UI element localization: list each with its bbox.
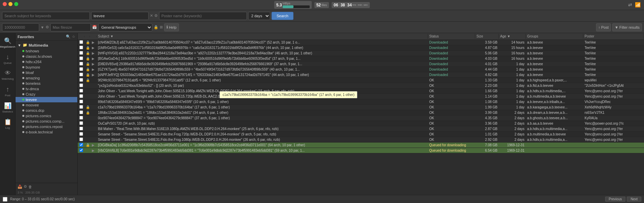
tree-pictures-comics-comp[interactable]: pictures.comics.comp... [16, 119, 77, 124]
row-check[interactable] [78, 148, 84, 153]
table-row[interactable]: 🔒 ▶ [GZYKTjxe6] 4be50749f34731627d973fd9… [78, 67, 644, 72]
table-row[interactable]: Sesame Street - "Sesame.Street.S48E31.Fi… [78, 132, 644, 137]
star-fav-icon[interactable]: ☆ [72, 34, 75, 39]
th-age[interactable]: Age ▼ [499, 34, 526, 39]
table-row[interactable]: 🔒 ▶ [D8E6V8Svd] 29386a917d6b5dc8e3926498… [78, 61, 644, 67]
tree-bloaf[interactable]: bloaf [16, 70, 77, 75]
row-check[interactable] [78, 51, 84, 56]
row-check[interactable] [78, 116, 84, 121]
table-row[interactable]: 🔒 ▶ [1fdRrGeS3] ca6c5a16163171cf58101fdd… [78, 45, 644, 51]
table-row[interactable]: Bill Maher - "Real.Time.With.Bill.Maher.… [78, 126, 644, 132]
table-row[interactable]: 🔒 c1a7c79bd199963370b164ba = "c1a7c79bd1… [78, 105, 644, 110]
table-row[interactable]: 🔒 ▶ [cN45MZObJ] a9Z7u63acc21f9rZ1u7ca0bb… [78, 40, 644, 45]
row-nzb[interactable]: ▶ [90, 51, 97, 55]
row-check[interactable] [78, 83, 84, 88]
table-row[interactable]: John Oliver - "Last.Week.Tonight.with.Jo… [78, 88, 644, 94]
tree-ebook[interactable]: e-book.technical [16, 129, 77, 135]
tree-boneless[interactable]: boneless [16, 81, 77, 86]
tree-hdtv[interactable]: hdtv.x264 [16, 59, 77, 65]
table-row[interactable]: 0ce9074ee04364279c988847 = "0ce9074ee043… [78, 116, 644, 121]
row-nzb[interactable] [90, 129, 97, 129]
row-check[interactable] [78, 99, 84, 104]
table-row[interactable]: 🔒 ▶ [BGAwGaD4c] 1b9c600516d96f9ebfb72b6b… [78, 56, 644, 61]
row-nzb[interactable]: ▶ [90, 73, 97, 77]
search-button[interactable]: Search [272, 12, 293, 20]
row-check[interactable] [78, 121, 84, 126]
th-groups[interactable]: Groups [526, 34, 583, 39]
table-row[interactable]: 🔒 18fdbc153a63840610a2eb01 = "18fdbc153a… [78, 110, 644, 116]
size-unit-icon[interactable]: ▼ [41, 25, 44, 29]
table-row[interactable]: 🔒 ▶ [hHFqYiVG0] a927c2202c1327779e3be284… [78, 51, 644, 56]
row-nzb[interactable]: ▶ [90, 40, 97, 45]
row-nzb[interactable]: ▶ [90, 148, 97, 153]
close-button[interactable] [3, 2, 7, 6]
th-size[interactable]: Size [475, 34, 499, 39]
settings-icon[interactable]: ⚙ [154, 14, 158, 18]
tree-teevee[interactable]: teevee [16, 97, 77, 102]
search-input[interactable] [2, 12, 90, 20]
add-icon[interactable]: 📥 [18, 184, 22, 189]
sidebar-item-queue[interactable]: ↓ Queue [0, 51, 16, 67]
row-check[interactable] [78, 45, 84, 50]
row-nzb[interactable] [90, 118, 97, 119]
filter-button[interactable]: ▼ Filter results [612, 23, 642, 31]
tree-amazing[interactable]: amazing [16, 75, 77, 81]
tree-pictures-comics[interactable]: pictures.comics [16, 113, 77, 119]
row-nzb[interactable] [90, 80, 97, 81]
poster-input[interactable] [159, 12, 247, 20]
size-input[interactable] [2, 23, 39, 31]
minimize-button[interactable] [8, 2, 12, 6]
table-row[interactable]: Sesame Street - "Sesame.Street.S48E31.Fi… [78, 137, 644, 143]
table-row[interactable]: ▶ [VbCGhV6L8] 7c6e001e9dbdc9d2287e73b4f5… [78, 148, 644, 153]
row-check[interactable] [78, 56, 84, 61]
delete-icon[interactable]: 🗑 [28, 185, 32, 189]
row-nzb[interactable] [90, 107, 97, 108]
settings-sidebar-icon[interactable]: ⚙ [24, 184, 27, 189]
maximize-button[interactable] [14, 2, 18, 6]
tree-multimedia[interactable]: ▼ 📁 Multimedia [16, 42, 77, 48]
row-nzb[interactable] [90, 96, 97, 97]
row-nzb[interactable]: ▶ [90, 46, 97, 50]
clear-icon[interactable]: ✕ [150, 14, 153, 18]
row-check[interactable] [78, 67, 84, 72]
newsgroup-select[interactable]: General Newsgroups [98, 23, 152, 31]
help-button[interactable]: ℹ Help [164, 23, 179, 31]
row-check[interactable] [78, 94, 84, 99]
row-check[interactable] [78, 126, 84, 131]
table-row[interactable]: OuCaPrS01720 (34 arch, 10 par, nzb) OK 3… [78, 121, 644, 126]
tree-tv-dmca[interactable]: tv-dmca [16, 86, 77, 92]
tree-pictures-comics-repost[interactable]: pictures.comics.repost [16, 124, 77, 129]
row-nzb[interactable]: ▶ [90, 62, 97, 66]
tree-classic-tv[interactable]: classic.tv.shows [16, 54, 77, 59]
row-check[interactable] [78, 61, 84, 67]
table-row[interactable]: John Oliver - "Last.Week.Tonight.with.Jo… [78, 94, 644, 99]
row-check[interactable] [78, 88, 84, 94]
next-button[interactable]: Next [627, 197, 641, 202]
maxfilesize-input[interactable] [50, 23, 91, 31]
row-nzb[interactable]: ▶ [90, 56, 97, 61]
row-nzb[interactable] [90, 123, 97, 124]
tree-crazy[interactable]: Crazy [16, 92, 77, 97]
row-check[interactable] [78, 78, 84, 83]
row-check[interactable] [78, 137, 84, 142]
search-fav-icon[interactable]: 🔍 [66, 34, 71, 39]
row-check[interactable] [78, 105, 84, 110]
row-nzb[interactable] [90, 134, 97, 135]
sidebar-item-watchdog[interactable]: 👁 Watchdog [0, 67, 16, 83]
newsgroup-input[interactable] [91, 12, 149, 20]
sidebar-item-log[interactable]: 📋 Log [0, 116, 16, 132]
row-nzb[interactable]: ▶ [90, 67, 97, 72]
sidebar-item-post[interactable]: ↑ Post [0, 83, 16, 99]
row-nzb[interactable] [90, 85, 97, 86]
row-check[interactable] [78, 110, 84, 115]
table-row[interactable]: 🔒 ▶ [OlGiBkaDa] 1c3f6d206f8b7c54358518ce… [78, 143, 644, 148]
table-row[interactable]: 🔒 9f2f4fc913379847f191abf5 = "9f2f4fc913… [78, 78, 644, 83]
age-select[interactable]: 2 days1 day3 days1 week [248, 12, 270, 20]
table-row[interactable]: 🔒 ▶ [sNPFJeRYQ] f26333da21483e9be67f1ae1… [78, 72, 644, 78]
row-nzb[interactable]: ▶ [90, 143, 97, 147]
table-row[interactable]: 89b87d63206a5848347e65f9 = "89b87d63206a… [78, 99, 644, 105]
row-check[interactable] [78, 40, 84, 45]
size-settings-icon[interactable]: ⚙ [46, 25, 49, 29]
tree-buymore[interactable]: buymore [16, 65, 77, 70]
post-button[interactable]: ↑ Post [596, 23, 611, 31]
